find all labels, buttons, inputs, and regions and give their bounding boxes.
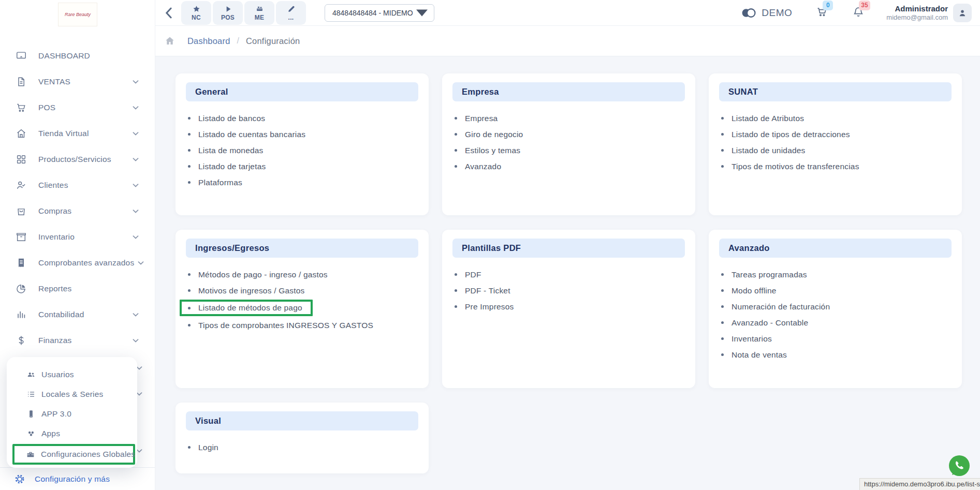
toolbar-button-me[interactable]: ME — [244, 1, 274, 25]
company-select[interactable]: 48484848484 - MIDEMO — [325, 4, 434, 22]
settings-link-listado-de-m-todos-de-pago[interactable]: Listado de métodos de pago — [180, 300, 313, 316]
settings-link-listado-de-tipos-de-detracciones[interactable]: Listado de tipos de detracciones — [719, 126, 952, 142]
chevron-down-icon — [129, 339, 142, 343]
chevron-down-icon — [129, 158, 142, 161]
popup-item-apps[interactable]: Apps — [7, 424, 137, 443]
chevron-down-icon — [129, 210, 142, 213]
settings-link-giro-de-negocio[interactable]: Giro de negocio — [452, 126, 685, 142]
sidebar-item-finanzas[interactable]: Finanzas — [0, 328, 155, 353]
sidebar-item-label: Compras — [38, 206, 129, 216]
toolbox-icon — [26, 450, 35, 459]
toolbar-button-nc[interactable]: NC — [181, 1, 211, 25]
settings-link-label: Métodos de pago - ingreso / gastos — [198, 270, 328, 279]
sidebar-item-clientes[interactable]: Clientes — [0, 172, 155, 198]
breadcrumb-dashboard[interactable]: Dashboard — [187, 36, 230, 46]
settings-link-label: Inventarios — [732, 334, 772, 344]
chevron-down-icon — [129, 80, 142, 84]
card-title: SUNAT — [719, 82, 952, 101]
card-list: EmpresaGiro de negocioEstilos y temasAva… — [452, 110, 685, 174]
settings-link-lista-de-monedas[interactable]: Lista de monedas — [186, 142, 418, 158]
sidebar-item-dashboard[interactable]: DASHBOARD — [0, 43, 155, 69]
sidebar-item-ventas[interactable]: VENTAS — [0, 69, 155, 95]
chart-icon — [14, 309, 28, 320]
settings-link-inventarios[interactable]: Inventarios — [719, 331, 952, 347]
bullet-icon — [721, 165, 724, 168]
settings-link-tareas-programadas[interactable]: Tareas programadas — [719, 266, 952, 283]
grid-icon — [14, 154, 28, 165]
settings-link-listado-de-atributos[interactable]: Listado de Atributos — [719, 110, 952, 126]
sidebar-item-inventario[interactable]: Inventario — [0, 224, 155, 250]
sidebar-item-comprobantes-avanzados[interactable]: Comprobantes avanzados — [0, 250, 155, 276]
settings-link-m-todos-de-pago-ingreso-gastos[interactable]: Métodos de pago - ingreso / gastos — [186, 266, 418, 283]
settings-link-tipos-de-comprobantes-ingresos-y-gastos[interactable]: Tipos de comprobantes INGRESOS Y GASTOS — [186, 317, 418, 333]
settings-card-avanzado: AvanzadoTareas programadasModo offlineNu… — [709, 230, 962, 388]
toolbar-button-label: NC — [192, 14, 201, 21]
back-button[interactable] — [163, 7, 174, 19]
settings-link-avanzado-contable[interactable]: Avanzado - Contable — [719, 315, 952, 331]
settings-link-label: Listado de unidades — [732, 146, 806, 155]
sidebar-item-contabilidad[interactable]: Contabilidad — [0, 302, 155, 328]
settings-link-modo-offline[interactable]: Modo offline — [719, 283, 952, 299]
settings-link-tipos-de-motivos-de-transferencias[interactable]: Tipos de motivos de transferencias — [719, 158, 952, 174]
breadcrumb-current: Configuración — [246, 36, 300, 46]
card-title: Avanzado — [719, 239, 952, 258]
settings-link-empresa[interactable]: Empresa — [452, 110, 685, 126]
popup-item-locales-series[interactable]: Locales & Series — [7, 384, 137, 404]
settings-link-pdf-ticket[interactable]: PDF - Ticket — [452, 283, 685, 299]
whatsapp-icon — [947, 454, 972, 479]
sidebar-item-compras[interactable]: Compras — [0, 198, 155, 224]
user-info[interactable]: Administrador midemo@gmail.com — [886, 4, 948, 21]
box-icon — [14, 231, 28, 243]
cart-button[interactable]: 0 — [816, 6, 828, 20]
home-icon[interactable] — [164, 35, 175, 47]
bullet-icon — [455, 165, 457, 168]
bullet-icon — [188, 446, 191, 449]
brand-logo[interactable]: Rare Beauty — [58, 3, 97, 26]
popup-item-configuraciones-globales[interactable]: Configuraciones Globales — [12, 444, 135, 465]
toolbar-button-more[interactable]: ... — [276, 1, 306, 25]
register-icon — [255, 5, 264, 13]
card-title: Plantillas PDF — [452, 239, 685, 258]
settings-link-pdf[interactable]: PDF — [452, 266, 685, 283]
card-list: Listado de bancosListado de cuentas banc… — [186, 110, 418, 190]
sidebar-item-label: DASHBOARD — [38, 51, 142, 61]
sidebar-footer-config[interactable]: Configuración y más — [0, 467, 155, 490]
popup-item-app-3-0[interactable]: APP 3.0 — [7, 404, 137, 424]
settings-link-estilos-y-temas[interactable]: Estilos y temas — [452, 142, 685, 158]
settings-link-motivos-de-ingresos-gastos[interactable]: Motivos de ingresos / Gastos — [186, 283, 418, 299]
bullet-icon — [721, 289, 724, 292]
toolbar-button-pos[interactable]: POS — [213, 1, 243, 25]
settings-link-listado-de-cuentas-bancarias[interactable]: Listado de cuentas bancarias — [186, 126, 418, 142]
whatsapp-button[interactable] — [947, 454, 972, 479]
settings-link-login[interactable]: Login — [186, 439, 418, 455]
settings-link-listado-de-tarjetas[interactable]: Listado de tarjetas — [186, 158, 418, 174]
settings-link-plataformas[interactable]: Plataformas — [186, 174, 418, 190]
config-popup-list: UsuariosLocales & SeriesAPP 3.0AppsConfi… — [7, 365, 137, 465]
avatar[interactable] — [953, 4, 972, 22]
bullet-icon — [188, 117, 191, 120]
settings-link-label: Modo offline — [732, 286, 777, 295]
settings-link-numeraci-n-de-facturaci-n[interactable]: Numeración de facturación — [719, 299, 952, 315]
sidebar-item-pos[interactable]: POS — [0, 95, 155, 121]
notifications-button[interactable]: 35 — [852, 6, 865, 20]
settings-cards-grid: GeneralListado de bancosListado de cuent… — [175, 73, 980, 473]
card-list: Métodos de pago - ingreso / gastosMotivo… — [186, 266, 418, 333]
demo-toggle[interactable]: DEMO — [740, 7, 792, 19]
sidebar-item-productos-servicios[interactable]: Productos/Servicios — [0, 146, 155, 172]
settings-link-label: Tipos de comprobantes INGRESOS Y GASTOS — [198, 321, 373, 330]
settings-link-pre-impresos[interactable]: Pre Impresos — [452, 299, 685, 315]
pencil-icon — [287, 5, 296, 13]
breadcrumb-separator: / — [237, 36, 239, 46]
popup-item-usuarios[interactable]: Usuarios — [7, 365, 137, 384]
popup-item-label: Configuraciones Globales — [41, 450, 135, 459]
bullet-icon — [188, 165, 191, 168]
settings-link-listado-de-bancos[interactable]: Listado de bancos — [186, 110, 418, 126]
settings-link-listado-de-unidades[interactable]: Listado de unidades — [719, 142, 952, 158]
sidebar-item-tienda-virtual[interactable]: Tienda Virtual — [0, 121, 155, 146]
settings-link-label: PDF — [465, 270, 481, 279]
bullet-icon — [188, 324, 191, 326]
settings-link-nota-de-ventas[interactable]: Nota de ventas — [719, 347, 952, 363]
settings-link-avanzado[interactable]: Avanzado — [452, 158, 685, 174]
home-icon — [14, 128, 28, 139]
sidebar-item-reportes[interactable]: Reportes — [0, 276, 155, 302]
